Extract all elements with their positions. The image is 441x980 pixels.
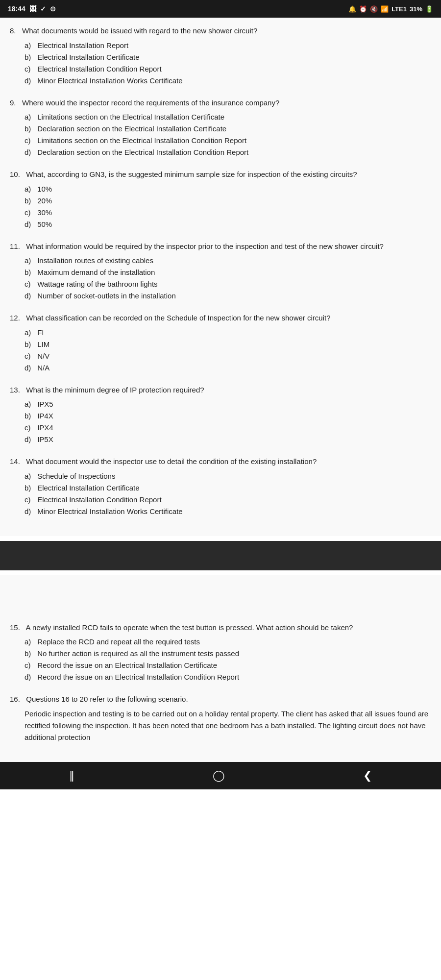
question-13-text: 13. What is the minimum degree of IP pro… (10, 385, 431, 396)
time-display: 18:44 (8, 5, 25, 13)
circle-p-icon: ⊙ (50, 5, 56, 13)
list-item: c) IPX4 (24, 422, 431, 434)
list-item: c) N/V (24, 350, 431, 362)
question-9-options: a) Limitations section on the Electrical… (10, 111, 431, 158)
back-icon[interactable]: ❮ (363, 769, 372, 782)
content-area-2: 15. A newly installed RCD fails to opera… (0, 575, 441, 762)
question-13-options: a) IPX5 b) IP4X c) IPX4 d) IP5X (10, 398, 431, 445)
question-13-number: 13. (10, 386, 20, 394)
list-item: b) Declaration section on the Electrical… (24, 123, 431, 135)
list-item: d) Number of socket-outlets in the insta… (24, 290, 431, 302)
question-block-10: 10. What, according to GN3, is the sugge… (10, 169, 431, 230)
battery-label: 31% (410, 5, 422, 13)
list-item: c) Limitations section on the Electrical… (24, 135, 431, 147)
nav-bar: ‖ ◯ ❮ (0, 762, 441, 789)
list-item: c) 30% (24, 207, 431, 219)
status-bar: 18:44 🖼 ✓ ⊙ 🔔 ⏰ 🔇 📶 LTE1 31% 🔋 (0, 0, 441, 18)
list-item: a) IPX5 (24, 398, 431, 410)
list-item: d) Declaration section on the Electrical… (24, 147, 431, 158)
list-item: d) N/A (24, 362, 431, 374)
question-11-number: 11. (10, 242, 20, 250)
list-item: b) LIM (24, 339, 431, 350)
bell-icon: 🔔 (348, 5, 356, 13)
list-item: d) Record the issue on an Electrical Ins… (24, 671, 431, 683)
question-block-9: 9. Where would the inspector record the … (10, 98, 431, 159)
list-item: c) Electrical Installation Condition Rep… (24, 494, 431, 506)
list-item: a) Schedule of Inspections (24, 470, 431, 482)
list-item: c) Wattage rating of the bathroom lights (24, 278, 431, 290)
question-10-text: 10. What, according to GN3, is the sugge… (10, 169, 431, 180)
question-11-text: 11. What information would be required b… (10, 241, 431, 252)
question-15-text: 15. A newly installed RCD fails to opera… (10, 622, 431, 634)
question-block-11: 11. What information would be required b… (10, 241, 431, 302)
question-8-options: a) Electrical Installation Report b) Ele… (10, 40, 431, 87)
question-15-number: 15. (10, 623, 20, 632)
question-14-options: a) Schedule of Inspections b) Electrical… (10, 470, 431, 517)
mute-icon: 🔇 (370, 5, 378, 13)
question-12-number: 12. (10, 314, 20, 322)
photo-icon: 🖼 (29, 5, 36, 13)
status-left: 18:44 🖼 ✓ ⊙ (8, 5, 56, 13)
question-9-number: 9. (10, 98, 16, 107)
question-12-text: 12. What classification can be recorded … (10, 313, 431, 324)
wifi-icon: 📶 (381, 5, 389, 13)
question-9-text: 9. Where would the inspector record the … (10, 98, 431, 109)
page-divider (0, 541, 441, 570)
list-item: a) Replace the RCD and repeat all the re… (24, 636, 431, 648)
list-item: b) Maximum demand of the installation (24, 267, 431, 278)
clock-icon: ⏰ (359, 5, 367, 13)
battery-icon: 🔋 (425, 5, 433, 13)
question-block-15: 15. A newly installed RCD fails to opera… (10, 622, 431, 684)
home-icon[interactable]: ◯ (213, 769, 225, 782)
list-item: a) Installation routes of existing cable… (24, 255, 431, 267)
question-16-text: 16. Questions 16 to 20 refer to the foll… (10, 694, 431, 705)
signal-label: LTE1 (392, 5, 407, 13)
question-16-number: 16. (10, 695, 20, 703)
question-8-text: 8. What documents would be issued with r… (10, 25, 431, 37)
list-item: a) Limitations section on the Electrical… (24, 111, 431, 123)
list-item: d) Minor Electrical Installation Works C… (24, 506, 431, 517)
question-block-14: 14. What document would the inspector us… (10, 456, 431, 517)
question-10-options: a) 10% b) 20% c) 30% d) 50% (10, 183, 431, 230)
menu-icon[interactable]: ‖ (69, 769, 74, 782)
check-icon: ✓ (40, 5, 46, 13)
question-14-number: 14. (10, 457, 20, 466)
list-item: c) Record the issue on an Electrical Ins… (24, 660, 431, 671)
question-block-8: 8. What documents would be issued with r… (10, 25, 431, 87)
question-10-number: 10. (10, 170, 20, 178)
content-area: 8. What documents would be issued with r… (0, 18, 441, 536)
list-item: b) Electrical Installation Certificate (24, 482, 431, 494)
list-item: b) Electrical Installation Certificate (24, 51, 431, 63)
list-item: a) FI (24, 327, 431, 339)
list-item: b) No further action is required as all … (24, 648, 431, 660)
question-16-scenario: Periodic inspection and testing is to be… (10, 708, 431, 743)
question-block-12: 12. What classification can be recorded … (10, 313, 431, 374)
question-15-options: a) Replace the RCD and repeat all the re… (10, 636, 431, 683)
list-item: d) 50% (24, 219, 431, 230)
list-item: a) Electrical Installation Report (24, 40, 431, 51)
list-item: d) IP5X (24, 434, 431, 445)
list-item: b) 20% (24, 195, 431, 207)
question-12-options: a) FI b) LIM c) N/V d) N/A (10, 327, 431, 374)
question-block-13: 13. What is the minimum degree of IP pro… (10, 385, 431, 446)
list-item: b) IP4X (24, 410, 431, 422)
spacer (10, 583, 431, 622)
question-block-16: 16. Questions 16 to 20 refer to the foll… (10, 694, 431, 743)
list-item: a) 10% (24, 183, 431, 195)
list-item: d) Minor Electrical Installation Works C… (24, 75, 431, 87)
status-right: 🔔 ⏰ 🔇 📶 LTE1 31% 🔋 (348, 5, 433, 13)
question-8-number: 8. (10, 26, 16, 35)
question-11-options: a) Installation routes of existing cable… (10, 255, 431, 302)
question-14-text: 14. What document would the inspector us… (10, 456, 431, 467)
list-item: c) Electrical Installation Condition Rep… (24, 63, 431, 75)
